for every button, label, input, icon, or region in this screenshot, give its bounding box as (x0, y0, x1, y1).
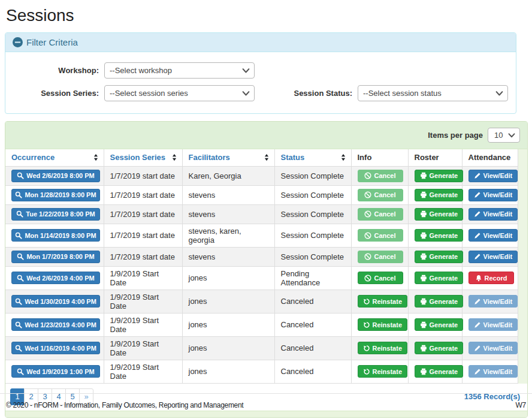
sessions-page: Sessions Filter Criteria Workshop: --Sel… (0, 0, 532, 419)
column-header-occurrence[interactable]: Occurrence (5, 149, 104, 166)
button-label: View/Edit (483, 210, 513, 218)
occurrence-label: Mon 1/28/2019 8:00 PM (25, 191, 96, 198)
occurrence-button[interactable]: Wed 2/6/2019 4:00 PM (11, 272, 100, 284)
occurrence-button[interactable]: Wed 1/30/2019 4:00 PM (11, 295, 100, 308)
facilitators-cell: jones (182, 313, 274, 336)
sort-icon (171, 153, 177, 161)
status-cell: Session Complete (274, 166, 351, 185)
generate-button[interactable]: Generate (415, 342, 464, 354)
printer-icon (420, 345, 427, 352)
occurrence-button[interactable]: Mon 1/28/2019 8:00 PM (11, 189, 100, 201)
column-header-session-series[interactable]: Session Series (104, 149, 182, 166)
view-edit-button[interactable]: View/Edit (468, 251, 518, 263)
occurrence-button[interactable]: Wed 1/23/2019 4:00 PM (11, 318, 100, 331)
status-cell: Canceled (274, 360, 351, 383)
reinstate-button[interactable]: Reinstate (358, 295, 408, 308)
generate-button[interactable]: Generate (415, 251, 464, 263)
button-label: View/Edit (483, 368, 513, 375)
attendance-cell: View/Edit (462, 185, 518, 204)
roster-cell: Generate (408, 290, 462, 313)
reinstate-button[interactable]: Reinstate (358, 318, 408, 331)
occurrence-button[interactable]: Mon 1/14/2019 8:00 PM (11, 229, 100, 242)
table-row: Wed 1/16/2019 4:00 PM1/9/2019 Start Date… (5, 336, 518, 360)
printer-icon (420, 232, 427, 239)
attendance-cell: View/Edit (462, 313, 518, 336)
generate-button[interactable]: Generate (415, 189, 464, 201)
table-row: Mon 1/7/2019 8:00 PM1/7/2019 start dates… (5, 247, 518, 266)
roster-cell: Generate (408, 313, 462, 336)
button-label: Generate (430, 253, 458, 260)
pencil-icon (474, 253, 481, 260)
filter-criteria-title: Filter Criteria (26, 37, 78, 47)
search-icon (17, 172, 24, 179)
search-icon (17, 253, 24, 260)
occurrence-button[interactable]: Wed 1/16/2019 4:00 PM (11, 342, 100, 354)
occurrence-button[interactable]: Wed 2/6/2019 8:00 PM (11, 170, 100, 182)
cancel-button[interactable]: Cancel (358, 272, 403, 284)
reinstate-button[interactable]: Reinstate (358, 342, 408, 354)
button-label: Generate (430, 368, 458, 375)
attendance-cell: Record (462, 266, 518, 290)
undo-icon (363, 321, 370, 328)
view-edit-button[interactable]: View/Edit (468, 189, 518, 201)
record-button[interactable]: Record (468, 272, 514, 284)
printer-icon (420, 275, 427, 282)
generate-button[interactable]: Generate (415, 295, 464, 308)
filter-criteria-toggle[interactable]: Filter Criteria (5, 33, 516, 52)
ban-icon (364, 172, 371, 179)
printer-icon (420, 172, 427, 179)
generate-button[interactable]: Generate (415, 365, 464, 378)
generate-button[interactable]: Generate (415, 229, 464, 242)
bell-icon (475, 275, 482, 282)
button-label: Generate (430, 345, 458, 352)
info-cell: Reinstate (351, 290, 408, 313)
page-title: Sessions (6, 6, 527, 25)
column-header-facilitators[interactable]: Facilitators (182, 149, 274, 166)
printer-icon (420, 298, 427, 305)
view-edit-button[interactable]: View/Edit (468, 170, 518, 182)
printer-icon (420, 191, 427, 198)
info-cell: Cancel (351, 185, 408, 204)
info-cell: Cancel (351, 224, 408, 247)
generate-button[interactable]: Generate (415, 170, 464, 182)
view-edit-button[interactable]: View/Edit (468, 208, 518, 221)
session-status-select[interactable]: --Select session status (358, 85, 508, 101)
status-cell: Session Complete (274, 204, 351, 224)
column-label: Session Series (110, 153, 166, 162)
facilitators-cell: stevens, karen, georgia (182, 224, 274, 247)
generate-button[interactable]: Generate (415, 208, 464, 221)
facilitators-cell: Karen, Georgia (182, 166, 274, 185)
generate-button[interactable]: Generate (415, 318, 464, 331)
view-edit-button: View/Edit (468, 365, 518, 378)
pencil-icon (474, 191, 481, 198)
button-label: Generate (430, 191, 458, 198)
button-label: Reinstate (373, 298, 403, 305)
session-series-select[interactable]: --Select session series (104, 85, 255, 101)
workshop-select[interactable]: --Select workshop (104, 62, 255, 79)
button-label: Reinstate (373, 321, 403, 328)
view-edit-button: View/Edit (468, 295, 518, 308)
facilitators-cell: jones (182, 360, 274, 383)
reinstate-button[interactable]: Reinstate (358, 365, 408, 378)
facilitators-cell: jones (182, 290, 274, 313)
status-cell: Canceled (274, 313, 351, 336)
column-header-status[interactable]: Status (274, 149, 351, 166)
button-label: Generate (430, 298, 458, 305)
occurrence-button[interactable]: Mon 1/7/2019 8:00 PM (11, 251, 100, 263)
attendance-cell: View/Edit (462, 336, 518, 360)
footer-copyright: © 2020 - nFORM - Information, Family Out… (6, 401, 243, 409)
button-label: View/Edit (483, 253, 513, 260)
session-series-cell: 1/9/2019 Start Date (104, 336, 182, 360)
sessions-table-panel: Items per page 10 OccurrenceSession Seri… (5, 121, 528, 418)
generate-button[interactable]: Generate (415, 272, 464, 284)
table-row: Wed 2/6/2019 8:00 PM1/7/2019 start dateK… (5, 166, 518, 185)
view-edit-button[interactable]: View/Edit (468, 229, 518, 242)
column-label: Status (281, 153, 305, 162)
occurrence-button[interactable]: Tue 1/22/2019 8:00 PM (11, 208, 100, 221)
column-header-roster: Roster (408, 149, 462, 166)
search-icon (17, 275, 24, 282)
items-per-page-select[interactable]: 10 (488, 128, 520, 143)
occurrence-button[interactable]: Wed 1/9/2019 1:00 PM (11, 365, 100, 378)
sort-icon (264, 153, 270, 161)
search-icon (15, 232, 22, 239)
